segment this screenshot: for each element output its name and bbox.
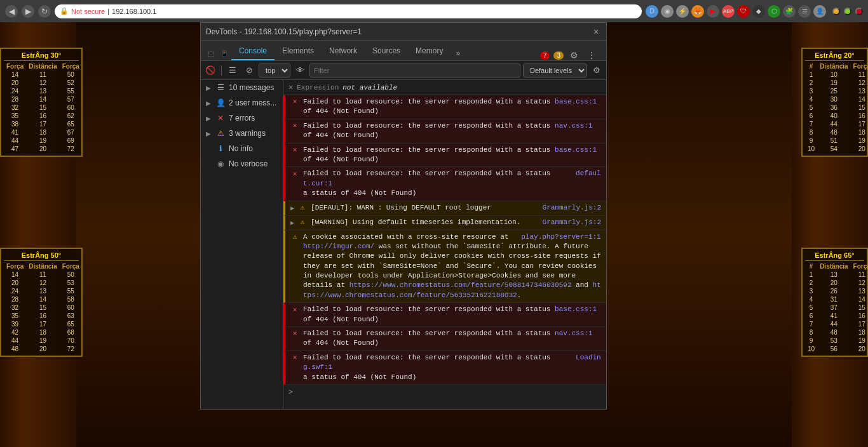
tab-elements[interactable]: Elements bbox=[275, 43, 322, 60]
tab-memory[interactable]: Memory bbox=[408, 43, 451, 60]
table-row: 351662 bbox=[4, 112, 82, 120]
table-row: 141150 bbox=[4, 70, 82, 79]
table-row: 84818 bbox=[805, 128, 868, 137]
forward-button[interactable]: ▶ bbox=[22, 5, 34, 18]
extension-icon-1[interactable]: D bbox=[646, 5, 658, 18]
close-button[interactable]: × bbox=[855, 8, 863, 15]
extension-icon-8[interactable]: ⬡ bbox=[768, 5, 780, 18]
table-row: 441970 bbox=[4, 337, 82, 345]
entry-link-1[interactable]: base.css:1 bbox=[555, 98, 597, 105]
devtools-main: ▶ ☰ 10 messages ▶ 👤 2 user mess... ▶ ✕ 7… bbox=[201, 80, 606, 409]
sidebar-item-all[interactable]: ▶ ☰ 10 messages bbox=[201, 80, 283, 95]
extension-icon-10[interactable]: ☰ bbox=[798, 5, 811, 18]
maximize-button[interactable]: □ bbox=[844, 8, 851, 15]
more-tabs-button[interactable]: » bbox=[451, 46, 465, 60]
extension-icon-7[interactable]: ◆ bbox=[752, 5, 765, 18]
extension-icon-5[interactable]: ▶ bbox=[707, 5, 719, 18]
entry-link-play[interactable]: play.php?server=1:1 bbox=[521, 233, 600, 241]
not-secure-icon: 🔒 bbox=[60, 7, 69, 15]
entry-source-5[interactable]: Grammarly.js:2 bbox=[543, 203, 601, 213]
entry-link-8[interactable]: base.css:1 bbox=[555, 305, 597, 313]
sidebar-item-info[interactable]: ▶ ℹ No info bbox=[201, 141, 283, 156]
extension-icon-2[interactable]: ◉ bbox=[661, 5, 674, 18]
level-settings-button[interactable]: ⚙ bbox=[590, 63, 604, 77]
back-button[interactable]: ◀ bbox=[5, 5, 18, 18]
devtools-panel: DevTools - 192.168.100.15/play.php?serve… bbox=[200, 22, 607, 410]
more-options-button[interactable]: ⋮ bbox=[585, 50, 599, 60]
extension-icon-9[interactable]: 🧩 bbox=[783, 5, 796, 18]
warning-expand-1[interactable]: ▶ bbox=[290, 204, 294, 213]
sidebar-item-warnings[interactable]: ▶ ⚠ 3 warnings bbox=[201, 126, 283, 141]
extension-icon-4[interactable]: 🦊 bbox=[691, 5, 704, 18]
table-row: 74417 bbox=[805, 120, 868, 128]
table-row: 32513 bbox=[805, 87, 868, 95]
right-table-20: EstrÂng 20° # Distância Força 11011 2191… bbox=[801, 48, 868, 157]
entry-link-2[interactable]: nav.css:1 bbox=[555, 122, 592, 130]
info-icon: ℹ bbox=[216, 144, 225, 153]
table-row: 32613 bbox=[805, 287, 868, 295]
minimize-button[interactable]: − bbox=[832, 8, 840, 15]
extension-icon-abp[interactable]: ABP bbox=[722, 5, 735, 18]
console-entry-5: ▶ ⚠ [DEFAULT]: WARN : Using DEFAULT root… bbox=[283, 201, 606, 216]
devtools-titlebar: DevTools - 192.168.100.15/play.php?serve… bbox=[201, 23, 606, 41]
address-bar[interactable]: 🔒 Not secure | 192.168.100.1 bbox=[55, 4, 642, 18]
devtools-dock-button[interactable]: ⬚ bbox=[203, 46, 217, 60]
left-table-30-header-2: Distância bbox=[26, 62, 59, 70]
entry-link-4[interactable]: default.cur:1 bbox=[303, 170, 601, 187]
sidebar-item-verbose[interactable]: ▶ ◉ No verbose bbox=[201, 156, 283, 171]
error-icon-3: ✕ bbox=[290, 146, 299, 155]
filter-toggle-button[interactable]: ☰ bbox=[226, 63, 240, 77]
devtools-mobile-button[interactable]: 📱 bbox=[217, 46, 231, 60]
block-icon[interactable]: ⊘ bbox=[242, 63, 256, 77]
address-text: | bbox=[107, 8, 109, 15]
settings-button[interactable]: ⚙ bbox=[567, 50, 581, 60]
left-table-50: EstrÂng 50° Força Distância Força 141150… bbox=[0, 248, 83, 357]
console-entry-6: ▶ ⚠ [WARNING] Using default timeseries i… bbox=[283, 216, 606, 230]
devtools-close-button[interactable]: × bbox=[591, 27, 601, 37]
table-row: 53615 bbox=[805, 103, 868, 112]
tab-console[interactable]: Console bbox=[231, 43, 275, 60]
context-selector[interactable]: top bbox=[259, 63, 290, 77]
expand-arrow-icon: ▶ bbox=[206, 84, 212, 91]
profile-avatar[interactable]: 👤 bbox=[813, 5, 826, 18]
right-table-65-data: # Distância Força 11311 22012 32613 4311… bbox=[805, 262, 868, 353]
sidebar-item-user[interactable]: ▶ 👤 2 user mess... bbox=[201, 95, 283, 110]
sidebar-item-errors[interactable]: ▶ ✕ 7 errors bbox=[201, 110, 283, 126]
expression-close-button[interactable]: ✕ bbox=[288, 83, 293, 92]
eye-button[interactable]: 👁 bbox=[293, 63, 307, 77]
reload-button[interactable]: ↻ bbox=[38, 5, 51, 18]
expand-arrow-4-icon: ▶ bbox=[206, 130, 212, 137]
left-table-30-data: Força Distância Força 141150 201252 2413… bbox=[4, 62, 82, 153]
table-row: 201252 bbox=[4, 79, 82, 87]
warning-expand-2[interactable]: ▶ bbox=[290, 219, 294, 228]
warning-icon-2: ⚠ bbox=[298, 218, 307, 227]
entry-link-chromestatus1[interactable]: https://www.chromestatus.com/feature/508… bbox=[349, 281, 572, 289]
right-table-20-data: # Distância Força 11011 21912 32513 4301… bbox=[805, 62, 868, 153]
extension-icon-shield[interactable]: 🛡 bbox=[737, 5, 750, 18]
sidebar-info-label: No info bbox=[229, 144, 253, 153]
table-row: 321560 bbox=[4, 304, 82, 312]
table-row: 105620 bbox=[805, 345, 868, 353]
expression-value: not available bbox=[342, 84, 397, 91]
extension-icon-3[interactable]: ⚡ bbox=[676, 5, 689, 18]
error-icon-8: ✕ bbox=[290, 305, 299, 314]
entry-link-10[interactable]: Loading.swf:1 bbox=[303, 354, 601, 371]
entry-link-3[interactable]: base.css:1 bbox=[555, 146, 597, 154]
level-selector[interactable]: Default levels bbox=[523, 63, 587, 77]
table-row: 64116 bbox=[805, 312, 868, 320]
clear-console-button[interactable]: 🚫 bbox=[203, 63, 217, 77]
tab-network[interactable]: Network bbox=[322, 43, 365, 60]
entry-link-imgur[interactable]: http://imgur.com/ bbox=[303, 243, 374, 250]
table-row: 281457 bbox=[4, 95, 82, 103]
table-row: 11011 bbox=[805, 70, 868, 79]
table-row: 482072 bbox=[4, 345, 82, 353]
entry-source-6[interactable]: Grammarly.js:2 bbox=[543, 218, 601, 227]
not-secure-label: Not secure bbox=[71, 8, 105, 15]
error-icon-4: ✕ bbox=[290, 170, 299, 178]
verbose-icon: ◉ bbox=[216, 159, 225, 168]
tab-sources[interactable]: Sources bbox=[365, 43, 408, 60]
left-table-50-data: Força Distância Força 141150 201253 2413… bbox=[4, 262, 82, 353]
console-output[interactable]: ✕ Expression not available ✕ Failed to l… bbox=[283, 80, 606, 409]
entry-link-9[interactable]: nav.css:1 bbox=[555, 330, 592, 337]
filter-input[interactable] bbox=[309, 63, 520, 77]
